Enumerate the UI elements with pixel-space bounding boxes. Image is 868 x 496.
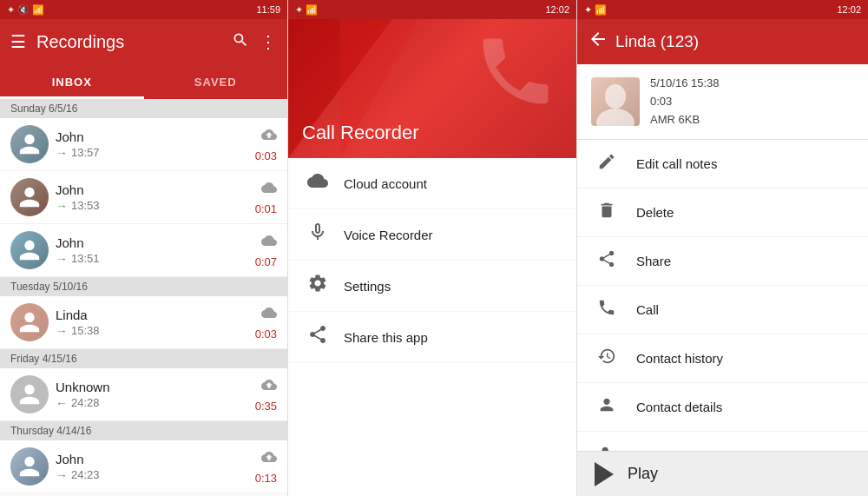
drawer-item-share[interactable]: Share this app [288, 312, 576, 363]
back-button[interactable] [588, 29, 608, 55]
action-item-edit-notes[interactable]: Edit call notes [577, 140, 868, 188]
status-icons-left: ✦ 🔇 📶 [7, 4, 44, 16]
item-meta: → 15:38 [56, 324, 248, 338]
drawer-item-settings[interactable]: Settings [288, 261, 576, 312]
section-header-friday: Friday 4/15/16 [0, 349, 287, 368]
tab-inbox[interactable]: INBOX [0, 64, 144, 99]
call-direction-arrow: → [56, 468, 68, 482]
recording-duration: 0:03 [650, 93, 720, 111]
status-time-2: 12:02 [545, 4, 569, 15]
contact-history-label: Contact history [636, 351, 723, 366]
avatar [10, 178, 49, 216]
cloud-icon [261, 233, 277, 252]
edit-notes-label: Edit call notes [636, 156, 717, 171]
recording-item-unknown[interactable]: Unknown ← 24:28 0:35 [0, 368, 287, 421]
status-time-3: 12:02 [837, 4, 861, 15]
recordings-panel: ✦ 🔇 📶 11:59 ☰ Recordings ⋮ INBOX SAVED S… [0, 0, 288, 496]
recording-item-linda[interactable]: Linda → 15:38 0:03 [0, 296, 287, 349]
avatar [10, 231, 49, 269]
action-item-share[interactable]: Share [577, 237, 868, 286]
contact-avatar [591, 77, 640, 126]
contact-details-label: Contact details [636, 400, 722, 414]
item-time: 13:51 [71, 252, 100, 265]
item-info: John → 13:53 [49, 182, 255, 213]
drawer-app-title: Call Recorder [302, 122, 419, 144]
section-header-thursday: Thursday 4/14/16 [0, 421, 287, 440]
status-bar-1: ✦ 🔇 📶 11:59 [0, 0, 287, 19]
avatar [10, 447, 49, 486]
tab-saved[interactable]: SAVED [144, 64, 288, 99]
recording-item[interactable]: John → 24:23 0:13 [0, 440, 287, 493]
status-time-1: 11:59 [256, 4, 280, 15]
action-item-contact-history[interactable]: Contact history [577, 334, 868, 383]
avatar-unknown [10, 375, 49, 413]
item-duration: 0:03 [255, 327, 277, 341]
item-duration: 0:35 [255, 400, 277, 413]
item-name: Unknown [56, 380, 248, 394]
cloud-upload-icon [261, 449, 277, 468]
item-time: 24:28 [71, 396, 100, 409]
item-right: 0:03 [255, 127, 277, 162]
status-bar-3: ✦ 📶 12:02 [577, 0, 868, 19]
section-header-tuesday: Tuesday 5/10/16 [0, 277, 287, 296]
item-meta: → 13:51 [56, 252, 248, 266]
share-action-label: Share [636, 254, 671, 268]
item-name: John [56, 452, 248, 466]
search-icon[interactable] [232, 31, 249, 53]
item-info: John → 24:23 [49, 452, 255, 482]
item-info: John → 13:57 [49, 129, 255, 160]
action-item-dont-record[interactable]: Don't record this contact [577, 432, 868, 451]
item-name: John [56, 235, 248, 250]
item-name: John [56, 182, 248, 197]
menu-icon[interactable]: ☰ [10, 31, 26, 52]
person-icon [595, 395, 619, 419]
call-direction-arrow: → [56, 252, 68, 266]
microphone-icon [306, 222, 330, 248]
drawer-item-cloud[interactable]: Cloud account [288, 158, 576, 209]
drawer-item-voice[interactable]: Voice Recorder [288, 209, 576, 261]
recording-format: AMR 6KB [650, 111, 720, 129]
cloud-upload-icon [261, 377, 277, 396]
item-name: John [56, 129, 248, 144]
detail-panel: ✦ 📶 12:02 Linda (123) 5/10/16 15:38 0:03… [577, 0, 868, 496]
cloud-icon [261, 180, 277, 199]
cloud-icon [261, 305, 277, 324]
status-icons-left-2: ✦ 📶 [295, 4, 318, 16]
action-item-call[interactable]: Call [577, 286, 868, 334]
drawer-panel: ✦ 📶 12:02 Call Recorder Cloud account [288, 0, 577, 496]
action-list: Edit call notes Delete Share Call Contac [577, 140, 868, 451]
status-icons-left-3: ✦ 📶 [584, 4, 607, 16]
svg-point-0 [605, 84, 626, 109]
clock-icon [595, 347, 619, 370]
item-meta: → 13:53 [56, 199, 248, 213]
item-right: 0:35 [255, 377, 277, 413]
action-item-contact-details[interactable]: Contact details [577, 383, 868, 432]
cloud-account-label: Cloud account [344, 176, 427, 191]
svg-point-1 [596, 109, 635, 126]
item-name: Linda [56, 308, 248, 322]
play-bar[interactable]: Play [577, 451, 868, 496]
recording-item[interactable]: John → 13:53 0:01 [0, 171, 287, 224]
recording-item[interactable]: John → 13:57 0:03 [0, 118, 287, 171]
call-direction-arrow: ← [56, 396, 68, 410]
play-button-label: Play [628, 465, 658, 483]
person-minus-icon [595, 444, 619, 451]
status-bar-2: ✦ 📶 12:02 [288, 0, 576, 19]
call-direction-arrow: → [56, 146, 68, 160]
item-duration: 0:07 [255, 255, 277, 268]
call-direction-arrow: → [56, 199, 68, 213]
share-app-label: Share this app [344, 330, 428, 345]
more-options-icon[interactable]: ⋮ [260, 31, 277, 52]
recording-date: 5/10/16 15:38 [650, 75, 720, 93]
recordings-tabs: INBOX SAVED [0, 64, 287, 99]
detail-contact-name: Linda (123) [615, 32, 858, 51]
detail-header: 5/10/16 15:38 0:03 AMR 6KB [577, 64, 868, 140]
item-right: 0:03 [255, 305, 277, 341]
recordings-list: Sunday 6/5/16 John → 13:57 0:03 [0, 99, 287, 496]
recordings-toolbar: ☰ Recordings ⋮ [0, 19, 287, 64]
action-item-delete[interactable]: Delete [577, 188, 868, 237]
recording-metadata: 5/10/16 15:38 0:03 AMR 6KB [650, 75, 720, 129]
recordings-title: Recordings [36, 32, 221, 52]
recording-item[interactable]: John → 13:51 0:07 [0, 224, 287, 277]
item-duration: 0:01 [255, 202, 277, 215]
